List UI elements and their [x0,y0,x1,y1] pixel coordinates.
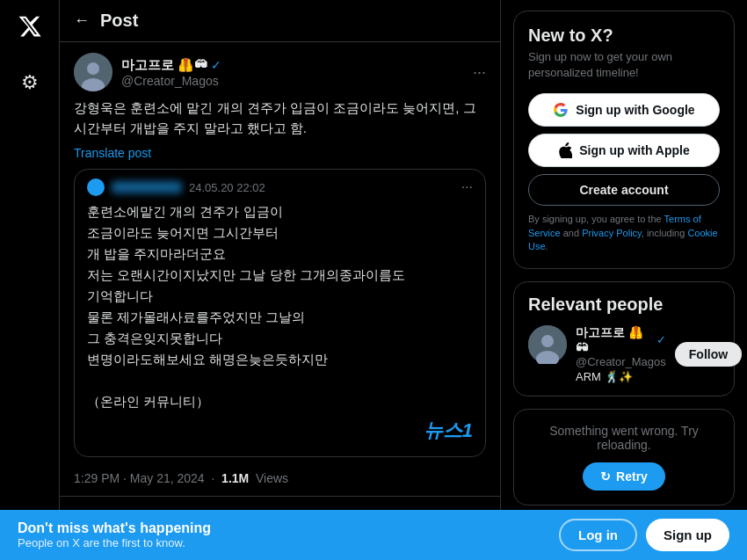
new-to-x-title: New to X? [528,25,720,46]
author-name: 마고프로 🦺🕶 [121,57,207,74]
new-to-x-subtitle: Sign up now to get your own personalized… [528,49,720,81]
tweet-container: 마고프로 🦺🕶 ✓ @Creator_Magos ··· 강형욱은 훈련소에 맡… [60,42,500,497]
left-sidebar: ⚙ [0,0,60,510]
tweet-author-info: 마고프로 🦺🕶 ✓ @Creator_Magos [74,53,221,91]
google-btn-label: Sign up with Google [576,103,694,117]
new-to-x-card: New to X? Sign up now to get your own pe… [513,11,735,269]
login-button[interactable]: Log in [559,519,637,551]
person-name: 마고프로 🦺🕶 [576,325,653,355]
x-logo[interactable] [12,9,47,44]
person-avatar[interactable] [528,325,567,364]
author-details: 마고프로 🦺🕶 ✓ @Creator_Magos [121,57,221,88]
avatar[interactable] [74,53,112,91]
person-handle: @Creator_Magos [576,355,666,368]
tweet-meta: 1:29 PM · May 21, 2024 · 1.1M Views [74,468,486,485]
person-info: 마고프로 🦺🕶 ✓ @Creator_Magos ARM 🕺✨ [576,325,666,383]
google-signup-button[interactable]: Sign up with Google [528,93,720,127]
author-handle: @Creator_Magos [121,74,221,88]
privacy-link[interactable]: Privacy Policy [582,228,642,238]
retry-button[interactable]: ↻ Retry [583,462,665,491]
quoted-date: 24.05.20 22:02 [189,181,265,194]
main-content: ← Post 마고프로 🦺🕶 [60,0,501,510]
page-title: Post [100,11,138,31]
settings-nav-item[interactable]: ⚙ [9,62,51,104]
tweet-views: 1.1M [221,471,249,485]
more-button[interactable]: ··· [473,63,486,82]
settings-icon: ⚙ [21,71,39,94]
quoted-avatar [87,178,105,196]
quoted-author-name [112,181,182,193]
error-text: Something went wrong. Try reloading. [528,424,720,452]
retry-icon: ↻ [600,469,611,484]
back-button[interactable]: ← [74,11,90,30]
quoted-text: 훈련소에맡긴 개의 견주가 입금이 조금이라도 늦어지면 그시간부터 개 밥을 … [87,201,473,412]
retry-label: Retry [616,469,648,484]
quoted-body: 훈련소에맡긴 개의 견주가 입금이 조금이라도 늦어지면 그시간부터 개 밥을 … [75,201,485,456]
quoted-tweet-card: 24.05.20 22:02 ··· 훈련소에맡긴 개의 견주가 입금이 조금이… [74,169,486,457]
follow-button[interactable]: Follow [675,342,742,367]
relevant-people-title: Relevant people [528,295,720,315]
create-account-button[interactable]: Create account [528,174,720,206]
bottom-bar-actions: Log in Sign up [559,519,729,551]
relevant-people-card: Relevant people 마고프로 🦺🕶 ✓ @Creator_Magos [513,281,735,396]
bottom-bar-heading: Don't miss what's happening [18,520,211,536]
person-row: 마고프로 🦺🕶 ✓ @Creator_Magos ARM 🕺✨ Follow [528,325,720,383]
person-bio: ARM 🕺✨ [576,370,666,383]
person-verified-badge: ✓ [656,333,666,346]
tweet-author-row: 마고프로 🦺🕶 ✓ @Creator_Magos ··· [74,53,486,91]
translate-link[interactable]: Translate post [74,146,151,160]
signup-button[interactable]: Sign up [646,519,729,551]
quoted-more-button[interactable]: ··· [461,179,473,195]
verified-badge: ✓ [211,58,221,72]
right-sidebar: New to X? Sign up now to get your own pe… [501,0,747,510]
quoted-source: 뉴스1 [87,418,473,444]
quoted-author-bar: 24.05.20 22:02 [87,178,265,196]
person-name-row: 마고프로 🦺🕶 ✓ [576,325,666,355]
create-btn-label: Create account [579,183,668,197]
post-header: ← Post [60,0,500,42]
apple-btn-label: Sign up with Apple [579,143,689,157]
tweet-timestamp: 1:29 PM · May 21, 2024 [74,471,205,485]
bottom-bar-subtext: People on X are the first to know. [18,536,211,549]
quoted-header: 24.05.20 22:02 ··· [75,170,485,201]
apple-signup-button[interactable]: Sign up with Apple [528,134,720,167]
bottom-bar: Don't miss what's happening People on X … [0,510,747,560]
tweet-text: 강형욱은 훈련소에 맡긴 개의 견주가 입금이 조금이라도 늦어지면, 그 시간… [74,98,486,138]
svg-point-4 [541,335,554,347]
error-card: Something went wrong. Try reloading. ↻ R… [513,409,735,505]
svg-point-1 [87,62,99,75]
signup-terms: By signing up, you agree to the Terms of… [528,213,720,253]
views-label: Views [256,471,288,485]
bottom-bar-text: Don't miss what's happening People on X … [18,520,211,549]
